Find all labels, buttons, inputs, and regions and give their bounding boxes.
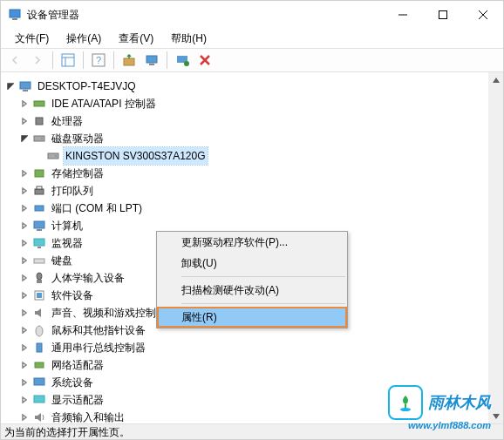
app-icon bbox=[8, 8, 22, 22]
forward-button[interactable] bbox=[27, 51, 48, 70]
audio-icon bbox=[32, 410, 46, 423]
display-adapter-icon bbox=[32, 393, 46, 407]
svg-rect-1 bbox=[12, 18, 17, 20]
watermark-url: www.ylmf888.com bbox=[408, 420, 491, 430]
ctx-properties[interactable]: 属性(R) bbox=[157, 307, 347, 328]
node-label: 键盘 bbox=[50, 252, 74, 269]
ctx-update-driver[interactable]: 更新驱动程序软件(P)... bbox=[157, 232, 347, 253]
expand-icon[interactable] bbox=[18, 220, 31, 232]
expand-icon[interactable] bbox=[18, 359, 31, 371]
toolbar-separator bbox=[167, 51, 167, 69]
tree-node[interactable]: 存储控制器 bbox=[4, 165, 500, 182]
tree-node[interactable]: 处理器 bbox=[4, 112, 500, 130]
tree-node[interactable]: IDE ATA/ATAPI 控制器 bbox=[4, 95, 500, 112]
node-label-selected: KINGSTON SV300S37A120G bbox=[64, 147, 208, 165]
svg-rect-24 bbox=[35, 170, 44, 177]
tool-help-icon[interactable]: ? bbox=[88, 51, 109, 70]
svg-rect-31 bbox=[37, 247, 41, 248]
tree-node[interactable]: 网络适配器 bbox=[4, 356, 500, 374]
menu-file[interactable]: 文件(F) bbox=[8, 30, 56, 48]
collapse-icon[interactable] bbox=[4, 80, 17, 92]
scroll-up-arrow[interactable] bbox=[488, 72, 503, 87]
ide-icon bbox=[32, 97, 46, 111]
tool-uninstall-icon[interactable] bbox=[194, 51, 215, 70]
maximize-button[interactable] bbox=[423, 1, 463, 29]
expand-icon[interactable] bbox=[18, 307, 31, 319]
svg-rect-25 bbox=[35, 189, 44, 194]
svg-point-33 bbox=[37, 273, 42, 280]
node-label: 网络适配器 bbox=[50, 356, 106, 374]
collapse-icon[interactable] bbox=[18, 132, 31, 145]
mouse-icon bbox=[32, 323, 46, 337]
tool-view-icon[interactable] bbox=[58, 51, 78, 70]
menu-action[interactable]: 操作(A) bbox=[59, 30, 108, 48]
printer-icon bbox=[32, 184, 46, 198]
svg-rect-32 bbox=[34, 259, 44, 263]
menu-help[interactable]: 帮助(H) bbox=[164, 30, 214, 48]
tree-node[interactable]: 打印队列 bbox=[4, 182, 500, 200]
svg-point-23 bbox=[55, 155, 57, 157]
close-button[interactable] bbox=[463, 1, 503, 29]
node-label: 端口 (COM 和 LPT) bbox=[50, 200, 144, 217]
expand-icon[interactable] bbox=[18, 237, 31, 249]
node-label: 人体学输入设备 bbox=[50, 269, 126, 287]
ctx-scan-hardware[interactable]: 扫描检测硬件改动(A) bbox=[157, 280, 347, 301]
keyboard-icon bbox=[32, 254, 46, 267]
vertical-scrollbar[interactable] bbox=[488, 72, 503, 423]
storage-icon bbox=[32, 166, 46, 180]
software-icon bbox=[32, 288, 46, 302]
node-label: 显示适配器 bbox=[50, 391, 106, 409]
expand-icon[interactable] bbox=[18, 324, 31, 336]
node-label: 监视器 bbox=[50, 234, 85, 252]
expand-icon[interactable] bbox=[18, 272, 31, 284]
node-label: 磁盘驱动器 bbox=[50, 130, 106, 147]
status-text: 为当前的选择打开属性页。 bbox=[4, 425, 130, 440]
tool-update-driver-icon[interactable] bbox=[119, 51, 140, 70]
tree-node[interactable]: 端口 (COM 和 LPT) bbox=[4, 200, 500, 217]
expand-icon[interactable] bbox=[18, 289, 31, 301]
node-label: 鼠标和其他指针设备 bbox=[50, 322, 147, 339]
svg-point-43 bbox=[400, 408, 411, 411]
tool-scan-hardware-icon[interactable] bbox=[141, 51, 162, 70]
svg-rect-36 bbox=[37, 293, 42, 298]
expand-icon[interactable] bbox=[18, 115, 31, 127]
tree-root[interactable]: DESKTOP-T4EJVJQ bbox=[4, 78, 500, 95]
tree-panel: DESKTOP-T4EJVJQ IDE ATA/ATAPI 控制器 处理器 磁盘… bbox=[1, 72, 503, 423]
expand-icon[interactable] bbox=[18, 394, 31, 406]
node-label: IDE ATA/ATAPI 控制器 bbox=[50, 95, 158, 112]
menu-view[interactable]: 查看(V) bbox=[112, 30, 160, 48]
expand-icon[interactable] bbox=[18, 342, 31, 354]
tree-node-disk[interactable]: 磁盘驱动器 bbox=[4, 130, 500, 147]
node-label: DESKTOP-T4EJVJQ bbox=[36, 78, 137, 95]
node-label: 软件设备 bbox=[50, 287, 95, 304]
tree-node-disk-device[interactable]: KINGSTON SV300S37A120G bbox=[4, 147, 500, 165]
expand-icon[interactable] bbox=[18, 202, 31, 214]
expand-icon[interactable] bbox=[18, 167, 31, 179]
window-controls bbox=[383, 1, 503, 29]
back-button[interactable] bbox=[4, 51, 25, 70]
svg-rect-30 bbox=[34, 239, 44, 246]
expand-icon[interactable] bbox=[18, 411, 31, 423]
svg-rect-11 bbox=[124, 58, 134, 65]
computer-category-icon bbox=[32, 219, 46, 233]
ctx-separator bbox=[181, 303, 345, 304]
expand-icon[interactable] bbox=[18, 185, 31, 197]
cpu-icon bbox=[32, 114, 46, 128]
node-label: 通用串行总线控制器 bbox=[50, 339, 147, 356]
minimize-button[interactable] bbox=[383, 1, 423, 29]
node-label: 存储控制器 bbox=[50, 165, 106, 182]
svg-rect-41 bbox=[34, 396, 44, 403]
watermark-text: 雨林木风 bbox=[428, 392, 491, 413]
usb-icon bbox=[32, 341, 46, 355]
watermark-logo-icon bbox=[388, 385, 423, 420]
tree-node[interactable]: 通用串行总线控制器 bbox=[4, 339, 500, 356]
disk-icon bbox=[32, 132, 46, 146]
svg-rect-29 bbox=[37, 229, 42, 231]
node-label: 处理器 bbox=[50, 112, 85, 130]
tool-enable-icon[interactable] bbox=[172, 51, 193, 70]
expand-icon[interactable] bbox=[18, 376, 31, 389]
svg-point-37 bbox=[36, 326, 43, 336]
expand-icon[interactable] bbox=[18, 254, 31, 267]
ctx-uninstall[interactable]: 卸载(U) bbox=[157, 253, 347, 274]
expand-icon[interactable] bbox=[18, 98, 31, 110]
